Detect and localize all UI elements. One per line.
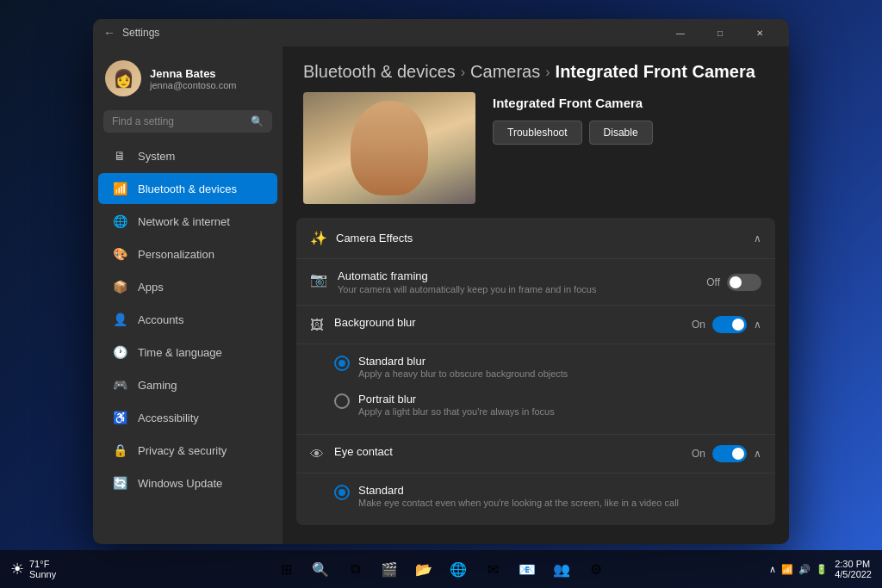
search-box[interactable]: 🔍 xyxy=(103,110,272,133)
radio-desc: Make eye contact even when you're lookin… xyxy=(358,498,679,508)
effects-icon: ✨ xyxy=(310,230,327,246)
avatar: 👩 xyxy=(105,60,141,96)
sidebar-item-privacy[interactable]: 🔒 Privacy & security xyxy=(98,435,277,466)
toggle-label: On xyxy=(692,448,705,460)
sidebar-item-label: Accounts xyxy=(138,313,183,326)
sidebar-item-network[interactable]: 🌐 Network & internet xyxy=(98,206,277,237)
update-icon: 🔄 xyxy=(112,475,127,491)
accounts-icon: 👤 xyxy=(112,312,127,327)
weather-temp: 71°F xyxy=(29,559,56,569)
time: 2:30 PM xyxy=(835,559,872,569)
portrait-blur-option[interactable]: Portrait blur Apply a light blur so that… xyxy=(334,386,761,424)
standard-blur-radio[interactable] xyxy=(334,356,350,371)
taskview-button[interactable]: ⧉ xyxy=(341,555,369,583)
personalization-icon: 🎨 xyxy=(112,246,127,262)
content-scroll[interactable]: ✨ Camera Effects ∧ 📷 Automatic framing Y… xyxy=(283,218,789,544)
close-button[interactable]: ✕ xyxy=(741,21,779,45)
sidebar-item-apps[interactable]: 📦 Apps xyxy=(98,271,277,302)
bluetooth-icon: 📶 xyxy=(112,181,127,196)
sidebar-item-label: Windows Update xyxy=(138,477,222,490)
camera-effects-header[interactable]: ✨ Camera Effects ∧ xyxy=(296,218,775,258)
privacy-icon: 🔒 xyxy=(112,443,127,458)
sidebar-item-label: Accessibility xyxy=(138,412,199,424)
section-header-left: ✨ Camera Effects xyxy=(310,230,413,246)
blur-icon: 🖼 xyxy=(310,318,324,333)
blur-chevron-icon[interactable]: ∧ xyxy=(754,319,761,331)
accessibility-icon: ♿ xyxy=(112,410,127,425)
sidebar-item-accessibility[interactable]: ♿ Accessibility xyxy=(98,402,277,433)
portrait-blur-radio[interactable] xyxy=(334,393,350,409)
settings-taskbar-button[interactable]: ⚙ xyxy=(582,555,610,583)
background-blur-toggle[interactable] xyxy=(712,316,747,333)
camera-buttons: Troubleshoot Disable xyxy=(493,121,653,145)
eye-icon: 👁 xyxy=(310,447,324,462)
teams-button[interactable]: 👥 xyxy=(548,555,575,583)
clock[interactable]: 2:30 PM 4/5/2022 xyxy=(835,559,872,579)
toggle-label: Off xyxy=(706,276,720,288)
breadcrumb-cameras[interactable]: Cameras xyxy=(470,62,540,82)
main-panel: Bluetooth & devices › Cameras › Integrat… xyxy=(283,46,789,544)
radio-title: Portrait blur xyxy=(358,393,555,405)
auto-framing-toggle[interactable] xyxy=(727,274,761,291)
setting-row-left: 🖼 Background blur xyxy=(310,316,416,333)
breadcrumb-sep-1: › xyxy=(461,65,465,80)
setting-row-left: 👁 Eye contact xyxy=(310,445,393,462)
sidebar-item-bluetooth[interactable]: 📶 Bluetooth & devices xyxy=(98,173,277,204)
breadcrumb-bluetooth[interactable]: Bluetooth & devices xyxy=(303,62,456,82)
setting-desc: Your camera will automatically keep you … xyxy=(338,284,596,294)
setting-title: Eye contact xyxy=(334,445,393,458)
standard-blur-option[interactable]: Standard blur Apply a heavy blur to obsc… xyxy=(334,348,761,386)
settings-window: ← Settings — □ ✕ 👩 Jenna Bates jenna@con… xyxy=(93,19,789,544)
explorer-button[interactable]: 📂 xyxy=(410,555,438,583)
title-bar: ← Settings — □ ✕ xyxy=(93,19,789,46)
taskbar-right: ∧ 📶 🔊 🔋 2:30 PM 4/5/2022 xyxy=(769,559,872,579)
tray-arrow[interactable]: ∧ xyxy=(769,564,776,575)
breadcrumb-current: Integrated Front Camera xyxy=(556,62,755,82)
disable-button[interactable]: Disable xyxy=(589,121,653,145)
search-taskbar-button[interactable]: 🔍 xyxy=(307,555,334,583)
setting-text: Eye contact xyxy=(334,445,393,458)
standard-eye-option[interactable]: Standard Make eye contact even when you'… xyxy=(334,477,761,515)
start-button[interactable]: ⊞ xyxy=(272,555,300,583)
minimize-button[interactable]: — xyxy=(662,21,699,45)
gaming-icon: 🎮 xyxy=(112,377,127,393)
edge-button[interactable]: 🌐 xyxy=(444,555,472,583)
setting-row-right: On ∧ xyxy=(692,316,761,333)
chevron-up-icon: ∧ xyxy=(754,232,761,244)
sidebar-item-time[interactable]: 🕐 Time & language xyxy=(98,337,277,368)
weather-condition: Sunny xyxy=(29,569,56,579)
sidebar-item-label: Network & internet xyxy=(138,215,230,228)
troubleshoot-button[interactable]: Troubleshoot xyxy=(493,121,582,145)
radio-title: Standard xyxy=(358,484,679,497)
eye-chevron-icon[interactable]: ∧ xyxy=(754,448,761,460)
camera-info: Integrated Front Camera Troubleshoot Dis… xyxy=(493,92,653,204)
taskbar: ☀ 71°F Sunny ⊞ 🔍 ⧉ 🎬 📂 🌐 ✉ 📧 👥 ⚙ ∧ 📶 🔊 🔋… xyxy=(0,550,882,588)
breadcrumb: Bluetooth & devices › Cameras › Integrat… xyxy=(303,62,768,82)
camera-effects-card: ✨ Camera Effects ∧ 📷 Automatic framing Y… xyxy=(296,218,775,525)
outlook-button[interactable]: 📧 xyxy=(513,555,541,583)
taskbar-left: ☀ 71°F Sunny xyxy=(10,559,56,579)
setting-row-right: On ∧ xyxy=(692,445,761,462)
sidebar-item-label: System xyxy=(138,150,175,163)
search-input[interactable] xyxy=(112,115,244,127)
sidebar-item-system[interactable]: 🖥 System xyxy=(98,140,277,171)
setting-title: Automatic framing xyxy=(338,269,596,282)
sidebar-item-label: Gaming xyxy=(138,379,177,392)
sidebar-item-personalization[interactable]: 🎨 Personalization xyxy=(98,238,277,269)
camera-section: Integrated Front Camera Troubleshoot Dis… xyxy=(283,92,789,218)
sidebar-item-accounts[interactable]: 👤 Accounts xyxy=(98,304,277,335)
user-name: Jenna Bates xyxy=(150,67,236,80)
eye-contact-toggle[interactable] xyxy=(712,445,747,462)
sidebar-item-label: Personalization xyxy=(138,248,214,261)
radio-label: Standard blur Apply a heavy blur to obsc… xyxy=(358,355,568,379)
blur-suboptions: Standard blur Apply a heavy blur to obsc… xyxy=(296,344,775,434)
maximize-button[interactable]: □ xyxy=(701,21,739,45)
sidebar-item-update[interactable]: 🔄 Windows Update xyxy=(98,467,277,498)
background-blur-row: 🖼 Background blur On ∧ xyxy=(296,305,775,344)
back-button[interactable]: ← xyxy=(103,26,115,40)
ms-teams-button[interactable]: 🎬 xyxy=(376,555,403,583)
sidebar-item-gaming[interactable]: 🎮 Gaming xyxy=(98,369,277,400)
search-icon: 🔍 xyxy=(251,115,264,127)
mail-button[interactable]: ✉ xyxy=(479,555,506,583)
standard-eye-radio[interactable] xyxy=(334,485,350,500)
